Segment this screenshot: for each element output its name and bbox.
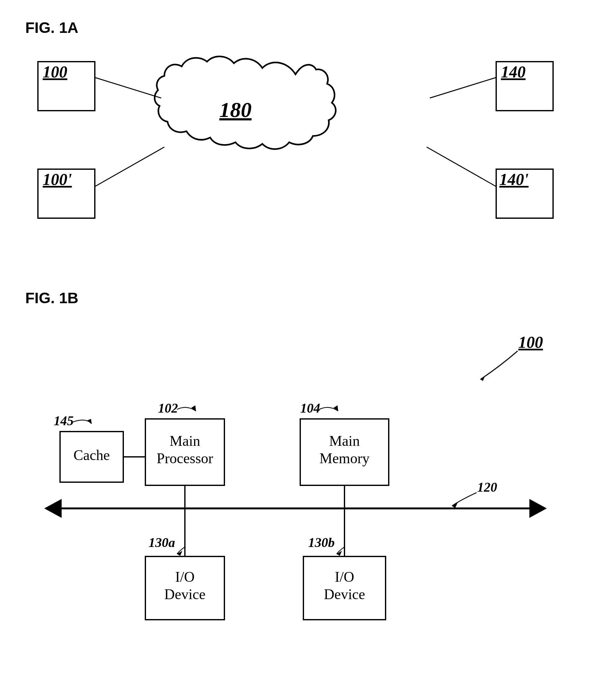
svg-marker-20 bbox=[191, 405, 196, 411]
fig1a-label: FIG. 1A bbox=[25, 19, 566, 37]
svg-line-9 bbox=[95, 77, 161, 98]
page: FIG. 1A 100 100' 140 140' 180 bbox=[0, 0, 591, 700]
svg-marker-14 bbox=[480, 376, 485, 381]
svg-text:102: 102 bbox=[158, 401, 178, 416]
svg-text:140: 140 bbox=[501, 63, 526, 81]
svg-text:Memory: Memory bbox=[320, 450, 370, 466]
svg-marker-26 bbox=[333, 405, 338, 411]
svg-text:Device: Device bbox=[324, 586, 365, 602]
svg-text:Processor: Processor bbox=[157, 450, 213, 466]
fig1b-label: FIG. 1B bbox=[25, 289, 566, 307]
fig1b-svg: 100 145 Cache 102 Main Processor 104 bbox=[25, 319, 566, 700]
svg-line-12 bbox=[426, 147, 496, 187]
svg-text:140': 140' bbox=[499, 171, 528, 188]
svg-marker-31 bbox=[529, 499, 547, 518]
svg-text:104: 104 bbox=[300, 401, 320, 416]
svg-text:145: 145 bbox=[54, 413, 74, 428]
svg-line-10 bbox=[95, 147, 165, 187]
svg-text:100': 100' bbox=[43, 171, 72, 188]
svg-text:Cache: Cache bbox=[74, 447, 110, 463]
svg-text:100: 100 bbox=[43, 63, 67, 81]
svg-text:Main: Main bbox=[170, 433, 200, 449]
svg-text:130b: 130b bbox=[308, 535, 335, 550]
svg-text:I/O: I/O bbox=[335, 569, 354, 585]
svg-text:Main: Main bbox=[329, 433, 359, 449]
svg-text:Device: Device bbox=[165, 586, 205, 602]
fig1a-container: 100 100' 140 140' 180 bbox=[25, 43, 566, 264]
svg-line-11 bbox=[430, 77, 496, 98]
fig1a-svg: 100 100' 140 140' 180 bbox=[25, 43, 566, 258]
svg-text:130a: 130a bbox=[148, 535, 175, 550]
fig1b-container: 100 145 Cache 102 Main Processor 104 bbox=[25, 319, 566, 700]
svg-marker-30 bbox=[44, 499, 62, 518]
svg-text:I/O: I/O bbox=[175, 569, 194, 585]
svg-text:180: 180 bbox=[219, 98, 252, 122]
svg-text:120: 120 bbox=[477, 480, 497, 495]
svg-text:100: 100 bbox=[518, 333, 543, 351]
